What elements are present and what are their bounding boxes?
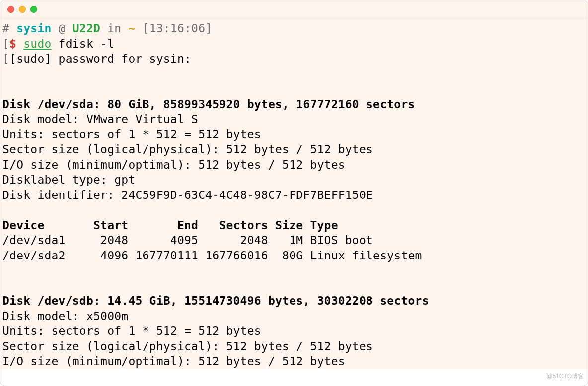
disk-a-ident: Disk identifier: 24C59F9D-63C4-4C48-98C7… [2,189,373,201]
prompt-dollar: $ [9,37,16,50]
disk-b-units: Units: sectors of 1 * 512 = 512 bytes [2,324,261,337]
prompt-time: [13:16:06] [143,22,213,35]
disk-a-io: I/O size (minimum/optimal): 512 bytes / … [2,158,345,171]
prompt-path: ~ [128,22,135,35]
window-titlebar [0,0,588,18]
prompt-host: U22D [73,22,100,35]
prompt-hash: # [2,22,9,35]
maximize-icon[interactable] [30,6,37,13]
command-sudo: sudo [23,37,51,50]
disk-b-header: Disk /dev/sdb: 14.45 GiB, 15514730496 by… [2,294,429,307]
table-row: /dev/sda1 2048 4095 2048 1M BIOS boot [2,234,373,247]
disk-b-sector: Sector size (logical/physical): 512 byte… [2,340,373,353]
bracket-open-2: [ [2,52,9,65]
disk-a-units: Units: sectors of 1 * 512 = 512 bytes [2,128,261,141]
disk-b-io: I/O size (minimum/optimal): 512 bytes / … [2,355,345,368]
disk-a-sector: Sector size (logical/physical): 512 byte… [2,143,373,156]
prompt-at: @ [59,22,66,35]
minimize-icon[interactable] [19,6,26,13]
disk-a-model: Disk model: VMware Virtual S [2,113,198,126]
prompt-in: in [107,22,121,35]
table-row: /dev/sda2 4096 167770111 167766016 80G L… [2,249,422,262]
prompt-user: sysin [16,22,51,35]
terminal-window: # sysin @ U22D in ~ [13:16:06] [$ sudo f… [0,0,588,386]
partition-table-header: Device Start End Sectors Size Type [2,219,338,232]
disk-a-header: Disk /dev/sda: 80 GiB, 85899345920 bytes… [2,98,415,111]
terminal-output[interactable]: # sysin @ U22D in ~ [13:16:06] [$ sudo f… [0,18,588,369]
bracket-open: [ [2,37,9,50]
command-rest: fdisk -l [52,37,115,50]
watermark: @51CTO博客 [546,369,584,384]
disk-a-label: Disklabel type: gpt [2,173,135,186]
disk-b-model: Disk model: x5000m [2,310,128,322]
sudo-password-line: [sudo] password for sysin: [9,52,191,65]
close-icon[interactable] [7,6,14,13]
